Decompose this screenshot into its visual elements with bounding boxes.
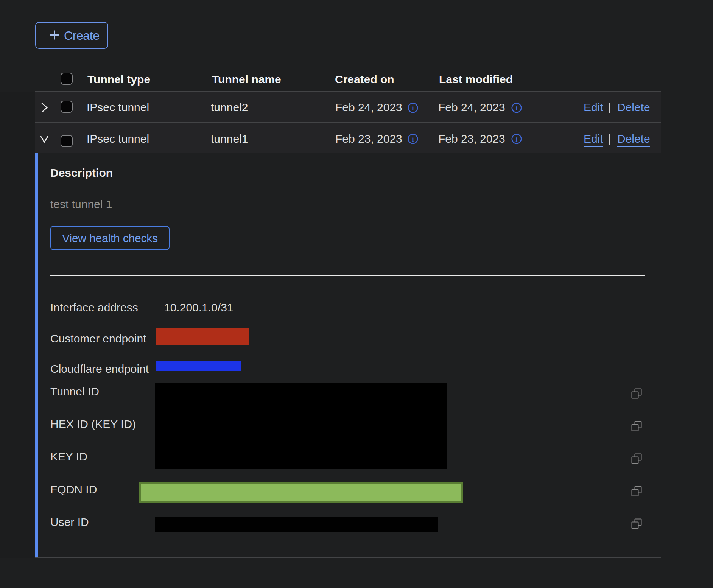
svg-text:i: i [412,104,414,112]
svg-text:i: i [412,135,414,143]
svg-text:i: i [515,104,517,112]
svg-text:i: i [515,135,517,143]
